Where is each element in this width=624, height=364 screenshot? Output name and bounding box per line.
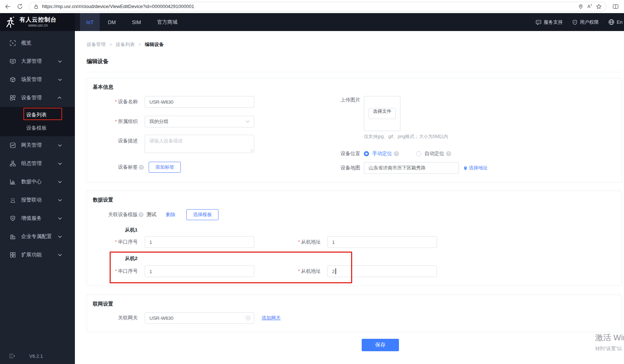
main-content: 设备管理 设备列表 编辑设备 编辑设备 基本信息 设备名称 所属组织 我的分组 [75,31,624,364]
help-icon[interactable] [394,151,399,156]
app-window: https://mp.usr.cn/#/cloud/device/ViewEdi… [0,0,624,364]
sidebar-item-label: 设备管理 [21,95,57,101]
chevron-down-icon [57,60,63,63]
choose-template-button[interactable]: 选择模板 [186,209,218,220]
sidebar-item-data-center[interactable]: 数据中心 [0,173,75,191]
device-name-label: 设备名称 [87,99,138,105]
save-button[interactable]: 保存 [362,339,399,351]
slave-1-address-input[interactable] [327,236,437,248]
refresh-icon[interactable] [17,3,23,9]
organization-select[interactable]: 我的分组 [145,116,254,127]
user-permissions[interactable]: 用户权限 [572,19,599,26]
slave-address-label: 从机地址 [262,239,321,245]
url-text[interactable]: https://mp.usr.cn/#/cloud/device/ViewEdi… [42,4,575,9]
tab-iot[interactable]: IoT [80,13,100,31]
delete-template-link[interactable]: 删除 [166,211,175,218]
brand-logo[interactable]: 有人云控制台 www.usr.cn [0,13,75,31]
user-permissions-label: 用户权限 [580,19,599,26]
serial-port-label: 串口序号 [87,268,138,275]
help-icon[interactable] [446,151,451,156]
collapse-sidebar-icon[interactable] [9,353,15,359]
language-switch[interactable]: En [608,19,623,25]
device-management-submenu: 设备列表 设备模板 [0,107,75,136]
sidebar-item-label: 数据中心 [21,179,57,185]
serial-port-label: 串口序号 [87,239,138,245]
sidebar-item-alarm-linkage[interactable]: 报警联动 [0,191,75,209]
watermark-line1: 激活 Win [595,332,624,343]
slave-1-serial-input[interactable] [145,236,254,248]
watermark-line2: 转到“设置”以 [595,345,624,352]
choose-address-link[interactable]: 选择地址 [463,165,488,171]
choose-file-button[interactable]: 选择文件 [369,108,396,119]
help-icon[interactable] [139,165,144,170]
breadcrumb: 设备管理 设备列表 编辑设备 [87,41,164,48]
lock-icon[interactable] [34,4,39,9]
address-bar[interactable]: https://mp.usr.cn/#/cloud/device/ViewEdi… [29,2,606,11]
tab-dm[interactable]: DM [100,13,124,31]
breadcrumb-edit-device: 编辑设备 [145,41,164,48]
breadcrumb-device-list[interactable]: 设备列表 [116,41,145,48]
chevron-down-icon [57,235,63,238]
slave-1-title: 从机1 [125,227,138,233]
chevron-down-icon [57,253,63,256]
linked-gateway-value: USR-W630 [149,315,174,321]
value-service-icon [9,215,16,221]
brand-text: 有人云控制台 www.usr.cn [19,16,57,28]
add-gateway-link[interactable]: 添加网关 [262,315,281,321]
resize-handle-icon[interactable] [250,149,253,152]
enterprise-icon [9,234,16,240]
manual-location-label[interactable]: 手动定位 [372,150,392,157]
slave-2-serial-input[interactable] [145,265,254,277]
tab-sim[interactable]: SIM [124,13,149,31]
slave-2-address-input[interactable]: 2 [327,265,437,277]
network-settings-title: 联网设置 [93,301,113,307]
sidebar-item-value-added-services[interactable]: 增值服务 [0,209,75,227]
sidebar-item-label: 企业专属配置 [21,233,57,240]
sidebar-item-scada[interactable]: 组态管理 [0,154,75,173]
sidebar-item-scene[interactable]: 场景管理 [0,70,75,89]
sidebar-item-overview[interactable]: 概览 [0,34,75,52]
device-description-label: 设备描述 [87,135,138,144]
page-title: 编辑设备 [87,58,109,65]
service-support[interactable]: 服务支持 [536,19,563,26]
device-address-input[interactable] [364,162,459,174]
help-icon[interactable] [138,212,144,217]
data-center-icon [9,179,16,185]
read-aloud-icon[interactable] [587,4,593,9]
sidebar-item-enterprise-config[interactable]: 企业专属配置 [0,227,75,246]
linked-template-label: 关联设备模版 [87,211,138,218]
tab-official-mall[interactable]: 官方商城 [149,13,186,31]
clear-input-icon[interactable] [246,315,251,321]
sidebar-item-extensions[interactable]: 扩展功能 [0,246,75,264]
device-name-input[interactable] [145,96,254,108]
manual-location-radio[interactable] [364,151,369,156]
sidebar-item-gateway[interactable]: 网关管理 [0,136,75,154]
split-screen-icon[interactable] [612,4,619,9]
breadcrumb-device-management[interactable]: 设备管理 [87,41,116,48]
sidebar-footer: V6.2.1 [0,349,75,363]
usr-person-logo-icon [5,16,16,28]
text-cursor [335,268,336,274]
linked-gateway-input[interactable]: USR-W630 [145,312,254,324]
template-name: 测试 [147,211,156,218]
geolocation-icon[interactable] [578,4,583,9]
scada-icon [9,161,16,166]
sidebar-item-device-management[interactable]: 设备管理 [0,89,75,107]
chevron-down-icon [57,144,63,147]
favorite-star-icon[interactable] [596,4,602,9]
chevron-down-icon [57,78,63,81]
device-description-input[interactable] [145,135,254,153]
sidebar-item-device-list[interactable]: 设备列表 [0,108,75,122]
sidebar-item-device-template[interactable]: 设备模板 [0,122,75,135]
nav-utilities: 服务支持 用户权限 En [536,13,624,31]
auto-location-label[interactable]: 自动定位 [425,150,444,157]
upload-image-dropzone[interactable]: 选择文件 [364,96,400,131]
back-icon[interactable] [4,3,11,10]
brand-title: 有人云控制台 [19,16,57,23]
sidebar-item-big-screen[interactable]: 大屏管理 [0,52,75,70]
big-screen-icon [9,58,16,64]
slave-2-title: 从机2 [125,255,138,262]
sidebar-item-label: 扩展功能 [21,252,57,258]
auto-location-radio[interactable] [416,151,421,156]
add-tag-button[interactable]: 添加标签 [149,162,181,173]
